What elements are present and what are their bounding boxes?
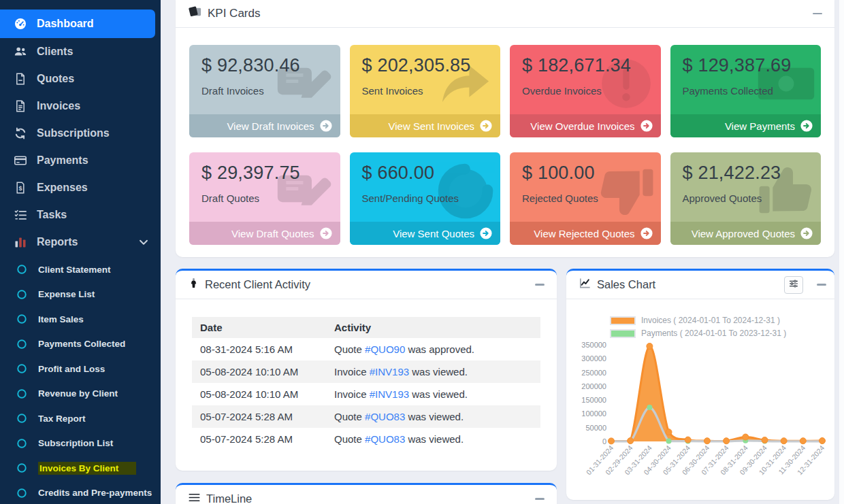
sidebar-item-label: Invoices	[37, 100, 80, 112]
collapse-icon[interactable]	[535, 498, 545, 500]
report-item-tax-report[interactable]: Tax Report	[0, 406, 161, 431]
sales-chart-svg: 0500001000001500002000002500003000003500…	[572, 339, 829, 484]
person-icon	[188, 278, 199, 292]
collapse-icon[interactable]	[813, 13, 822, 15]
kpi-view-button[interactable]: View Sent Quotes	[350, 222, 501, 245]
kpi-label: Payments Collected	[683, 85, 809, 97]
timeline-panel-title: TimeLine	[206, 492, 252, 504]
invoices-area	[611, 346, 822, 441]
main-content: KPI Cards $ 92,830.46Draft InvoicesView …	[161, 0, 844, 504]
report-item-client-statement[interactable]: Client Statement	[0, 257, 161, 282]
y-axis-labels: 0500001000001500002000002500003000003500…	[581, 341, 606, 446]
kpi-label: Draft Invoices	[201, 85, 328, 97]
sidebar-item-expenses[interactable]: $Expenses	[0, 174, 161, 201]
svg-text:300000: 300000	[581, 354, 606, 363]
kpi-view-button[interactable]: View Sent Invoices	[350, 114, 501, 137]
sidebar-item-label: Clients	[37, 46, 73, 58]
kpi-view-button[interactable]: View Draft Invoices	[189, 114, 340, 137]
kpi-label: Approved Quotes	[683, 192, 809, 204]
sidebar-item-payments[interactable]: Payments	[0, 147, 161, 174]
kpi-label: Draft Quotes	[201, 192, 328, 204]
sidebar-item-label: Quotes	[37, 73, 74, 85]
arrow-circle-icon	[320, 227, 332, 239]
kpi-cards-panel: KPI Cards $ 92,830.46Draft InvoicesView …	[176, 0, 834, 257]
chart-line-icon	[579, 277, 591, 292]
kpi-label: Overdue Invoices	[522, 85, 649, 97]
activity-date: 08-31-2024 5:16 AM	[192, 338, 326, 360]
kpi-label: Sent/Pending Quotes	[362, 192, 489, 204]
arrow-circle-icon	[480, 227, 492, 239]
document-icon	[14, 72, 27, 86]
kpi-card-body: $ 92,830.46Draft Invoices	[189, 45, 340, 107]
kpi-view-label: View Rejected Quotes	[534, 228, 634, 239]
report-item-label: Profit and Loss	[38, 364, 105, 374]
kpi-view-button[interactable]: View Rejected Quotes	[510, 222, 661, 245]
circle-outline-icon	[16, 264, 27, 275]
sidebar-item-clients[interactable]: Clients	[0, 38, 161, 65]
kpi-card-body: $ 29,397.75Draft Quotes	[189, 152, 340, 214]
legend-item[interactable]: Payments ( 2024-01-01 To 2023-12-31 )	[610, 329, 834, 338]
activity-link[interactable]: #QUO83	[365, 411, 405, 422]
reports-submenu: Client StatementExpense ListItem SalesPa…	[0, 257, 161, 504]
collapse-icon[interactable]	[817, 284, 826, 286]
report-item-credits-and-pre-payments[interactable]: Credits and Pre-payments	[0, 481, 161, 504]
sidebar-item-tasks[interactable]: Tasks	[0, 201, 161, 229]
report-item-item-sales[interactable]: Item Sales	[0, 307, 161, 332]
sales-panel-title: Sales Chart	[597, 278, 655, 291]
bar-chart-icon	[14, 235, 27, 249]
report-item-subscription-list[interactable]: Subscription List	[0, 431, 161, 456]
activity-row: 08-31-2024 5:16 AMQuote #QUO90 was appro…	[192, 338, 540, 360]
sidebar-item-label: Payments	[37, 154, 88, 167]
legend-item[interactable]: Invoices ( 2024-01-01 To 2024-12-31 )	[610, 316, 834, 325]
sidebar-item-reports[interactable]: Reports	[0, 229, 161, 256]
activity-text: Quote #QUO83 was viewed.	[326, 405, 540, 428]
sidebar-item-invoices[interactable]: Invoices	[0, 93, 161, 120]
activity-panel-title: Recent Client Activity	[205, 278, 310, 291]
kpi-card-body: $ 129,387.69Payments Collected	[670, 45, 822, 107]
report-item-payments-collected[interactable]: Payments Collected	[0, 332, 161, 357]
kpi-view-label: View Sent Quotes	[393, 228, 474, 239]
collapse-icon[interactable]	[535, 284, 545, 286]
sales-panel-header: Sales Chart	[566, 271, 834, 299]
kpi-cards-row: $ 92,830.46Draft InvoicesView Draft Invo…	[189, 45, 821, 137]
report-item-invoices-by-client[interactable]: Invoices By Client	[0, 456, 161, 481]
kpi-card-body: $ 21,422.23Approved Quotes	[670, 152, 822, 214]
activity-row: 05-08-2024 10:10 AMInvoice #INV193 was v…	[192, 383, 540, 405]
circle-outline-icon	[16, 388, 27, 399]
receipt-dollar-icon: $	[14, 181, 27, 195]
credit-card-icon	[14, 154, 27, 167]
chart-filter-button[interactable]	[784, 276, 803, 294]
kpi-view-button[interactable]: View Approved Quotes	[670, 222, 822, 245]
svg-text:350000: 350000	[581, 341, 606, 349]
sidebar-item-subscriptions[interactable]: Subscriptions	[0, 120, 161, 147]
svg-text:250000: 250000	[581, 369, 606, 377]
activity-link[interactable]: #QUO83	[365, 433, 405, 445]
kpi-view-label: View Approved Quotes	[692, 228, 795, 239]
circle-outline-icon	[16, 363, 27, 374]
svg-text:200000: 200000	[581, 382, 606, 390]
kpi-amount: $ 129,387.69	[683, 55, 809, 76]
arrow-circle-icon	[800, 120, 813, 132]
report-item-expense-list[interactable]: Expense List	[0, 282, 161, 307]
report-item-profit-and-loss[interactable]: Profit and Loss	[0, 356, 161, 382]
highlighted-report-label: Invoices By Client	[38, 462, 136, 475]
kpi-view-button[interactable]: View Overdue Invoices	[510, 114, 661, 137]
circle-outline-icon	[16, 488, 27, 499]
activity-table: Date Activity 08-31-2024 5:16 AMQuote #Q…	[192, 317, 540, 450]
kpi-view-button[interactable]: View Payments	[670, 114, 822, 137]
activity-link[interactable]: #INV193	[370, 366, 409, 377]
recent-client-activity-panel: Recent Client Activity Date Activity 08-…	[176, 269, 557, 471]
legend-swatch	[610, 329, 636, 338]
activity-table-body: 08-31-2024 5:16 AMQuote #QUO90 was appro…	[192, 338, 540, 450]
sidebar-item-dashboard[interactable]: Dashboard	[0, 10, 155, 38]
kpi-cards-row: $ 29,397.75Draft QuotesView Draft Quotes…	[189, 152, 821, 245]
report-item-revenue-by-client[interactable]: Revenue by Client	[0, 382, 161, 407]
activity-link[interactable]: #INV193	[370, 388, 409, 400]
activity-date: 05-08-2024 10:10 AM	[192, 360, 326, 383]
arrow-circle-icon	[480, 120, 492, 132]
kpi-view-button[interactable]: View Draft Quotes	[189, 222, 340, 245]
kpi-view-label: View Payments	[725, 120, 795, 132]
sidebar-item-quotes[interactable]: Quotes	[0, 65, 161, 93]
scrollbar-track[interactable]	[839, 0, 844, 504]
activity-link[interactable]: #QUO90	[365, 343, 405, 355]
